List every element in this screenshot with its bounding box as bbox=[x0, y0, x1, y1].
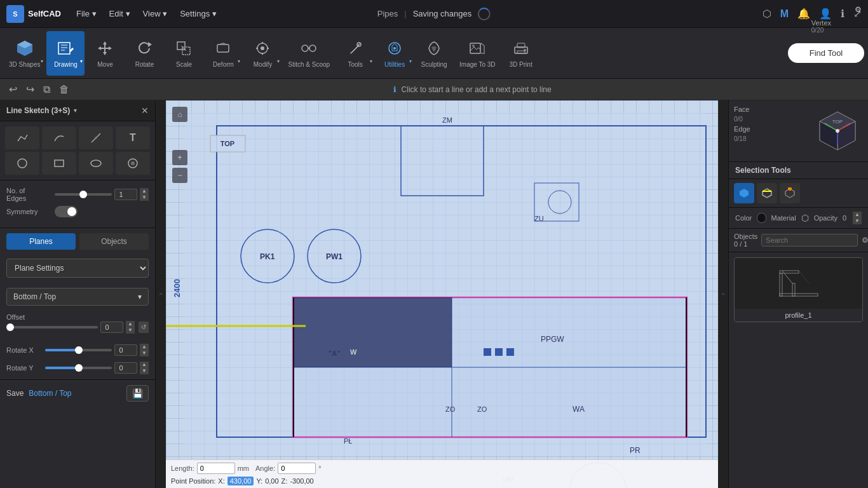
info-icon[interactable]: ℹ bbox=[841, 8, 844, 20]
tool-move[interactable]: Move bbox=[86, 31, 124, 76]
tool-3d-shapes[interactable]: 3D Shapes ▾ bbox=[4, 31, 45, 76]
sketch-tool-circle[interactable] bbox=[5, 152, 39, 175]
color-swatch[interactable] bbox=[757, 213, 766, 223]
offset-reset[interactable]: ↺ bbox=[139, 322, 149, 333]
tool-image-to-3d[interactable]: Image To 3D bbox=[454, 31, 501, 76]
panel-dropdown-arrow[interactable]: ▾ bbox=[74, 107, 77, 114]
tab-objects[interactable]: Objects bbox=[79, 233, 149, 250]
menu-view[interactable]: View ▾ bbox=[138, 6, 173, 21]
opacity-label: Opacity bbox=[814, 214, 837, 222]
rotate-x-slider[interactable]: ▲ ▼ bbox=[45, 344, 149, 356]
plane-orientation-dropdown[interactable]: Bottom / Top ▾ bbox=[6, 288, 149, 306]
sketch-tool-polyline[interactable] bbox=[5, 126, 39, 149]
image-to-3d-icon bbox=[467, 38, 487, 58]
user-icon[interactable]: 👤 bbox=[819, 8, 832, 20]
undo-redo: ↩ ↪ ⧉ 🗑 bbox=[6, 82, 72, 97]
tool-deform[interactable]: Deform ▾ bbox=[204, 31, 242, 76]
zoom-in-button[interactable]: + bbox=[172, 150, 187, 165]
svg-line-9 bbox=[181, 46, 186, 51]
symmetry-toggle[interactable] bbox=[55, 206, 78, 217]
edges-slider[interactable]: ▲ ▼ bbox=[55, 188, 149, 201]
svg-text:WA: WA bbox=[573, 405, 585, 414]
edges-up[interactable]: ▲ bbox=[140, 188, 149, 194]
svg-point-24 bbox=[472, 44, 475, 47]
view-cube[interactable]: TOP bbox=[812, 105, 863, 156]
zoom-out-button[interactable]: − bbox=[172, 168, 187, 183]
edges-down[interactable]: ▼ bbox=[140, 194, 149, 201]
tool-3d-shapes-label: 3D Shapes bbox=[9, 61, 40, 69]
rotate-x-up[interactable]: ▲ bbox=[140, 344, 149, 350]
undo-button[interactable]: ↩ bbox=[6, 82, 20, 97]
canvas-area[interactable]: TOP ZM ZU PK1 PW1 bbox=[166, 100, 718, 488]
objects-gear-button[interactable]: ⚙ bbox=[862, 236, 868, 245]
offset-input[interactable] bbox=[100, 322, 123, 333]
find-tool-button[interactable]: Find Tool bbox=[788, 43, 864, 63]
delete-button[interactable]: 🗑 bbox=[57, 82, 72, 97]
rotate-y-input[interactable] bbox=[114, 362, 137, 374]
sketch-tool-spline[interactable] bbox=[42, 126, 76, 149]
collapse-right-button[interactable]: › bbox=[718, 100, 728, 488]
opacity-up[interactable]: ▲ bbox=[853, 212, 862, 218]
sketch-tool-ellipse[interactable] bbox=[79, 152, 113, 175]
length-input[interactable] bbox=[197, 463, 235, 474]
angle-input[interactable] bbox=[278, 463, 316, 474]
panel-close-button[interactable]: ✕ bbox=[141, 105, 149, 116]
svg-rect-52 bbox=[293, 297, 452, 367]
sel-tool-face[interactable] bbox=[734, 183, 754, 203]
notification-icon[interactable]: 🔔 bbox=[797, 8, 810, 20]
save-disk-button[interactable]: 💾 bbox=[126, 385, 149, 402]
y-axis-label: Y: bbox=[256, 477, 262, 485]
svg-text:ZO: ZO bbox=[477, 405, 487, 413]
tool-sculpting[interactable]: Sculpting bbox=[415, 31, 453, 76]
menu-settings[interactable]: Settings ▾ bbox=[175, 6, 222, 21]
menu-file[interactable]: File ▾ bbox=[71, 6, 102, 21]
tool-utilities[interactable]: Utilities ▾ bbox=[376, 31, 414, 76]
tool-rotate[interactable]: Rotate bbox=[125, 31, 163, 76]
plane-orientation-label bbox=[0, 281, 155, 284]
tool-drawing[interactable]: Drawing ▾ bbox=[46, 31, 85, 76]
sketch-tool-line[interactable] bbox=[79, 126, 113, 149]
menu-edit[interactable]: Edit ▾ bbox=[104, 6, 135, 21]
rotate-x-input[interactable] bbox=[114, 344, 137, 356]
offset-down[interactable]: ▼ bbox=[126, 327, 135, 334]
svg-text:ZO: ZO bbox=[445, 405, 456, 413]
selection-tool-icons bbox=[729, 179, 868, 208]
sketch-tool-rectangle[interactable] bbox=[42, 152, 76, 175]
tool-scale[interactable]: Scale bbox=[165, 31, 203, 76]
plane-settings-select[interactable]: Plane Settings bbox=[6, 259, 149, 278]
material-icon[interactable]: ⬡ bbox=[801, 213, 809, 223]
tab-planes[interactable]: Planes bbox=[6, 233, 76, 250]
tool-stitch-scoop[interactable]: Stitch & Scoop bbox=[283, 31, 335, 76]
rotate-y-up[interactable]: ▲ bbox=[140, 362, 149, 368]
share-icon[interactable]: ⬡ bbox=[763, 8, 771, 20]
m-icon[interactable]: M bbox=[780, 8, 789, 20]
sketch-tool-arc[interactable] bbox=[116, 152, 150, 175]
rotate-x-down[interactable]: ▼ bbox=[140, 350, 149, 356]
offset-up[interactable]: ▲ bbox=[126, 321, 135, 327]
tool-tools[interactable]: Tools ▾ bbox=[336, 31, 374, 76]
copy-button[interactable]: ⧉ bbox=[41, 82, 53, 97]
home-button[interactable]: ⌂ bbox=[172, 107, 187, 122]
top-icons: ⬡ M 🔔 👤 ℹ ⤢ bbox=[763, 8, 862, 20]
sel-tool-edge[interactable] bbox=[757, 183, 777, 203]
tool-3d-print[interactable]: 3D Print bbox=[502, 31, 540, 76]
saving-spinner bbox=[478, 8, 491, 20]
sel-tool-vertex[interactable] bbox=[780, 183, 800, 203]
tool-modify[interactable]: Modify ▾ bbox=[243, 31, 281, 76]
object-card-profile1[interactable]: profile_1 bbox=[734, 257, 863, 322]
rotate-y-down[interactable]: ▼ bbox=[140, 368, 149, 374]
svg-rect-2 bbox=[58, 43, 70, 54]
logo-area[interactable]: S SelfCAD bbox=[6, 5, 61, 23]
left-panel: Line Sketch (3+S) ▾ ✕ T bbox=[0, 100, 156, 488]
panel-gear[interactable]: ⚙ bbox=[855, 5, 862, 14]
logo-icon: S bbox=[6, 5, 24, 23]
opacity-down[interactable]: ▼ bbox=[853, 218, 862, 224]
redo-button[interactable]: ↪ bbox=[24, 82, 37, 97]
edges-input[interactable] bbox=[114, 189, 137, 200]
search-input[interactable] bbox=[761, 234, 858, 247]
edges-thumb bbox=[79, 191, 87, 198]
offset-slider[interactable]: ▲ ▼ ↺ bbox=[6, 321, 149, 334]
rotate-y-slider[interactable]: ▲ ▼ bbox=[45, 362, 149, 374]
collapse-left-button[interactable]: ‹ bbox=[156, 100, 166, 488]
sketch-tool-text[interactable]: T bbox=[116, 126, 150, 149]
